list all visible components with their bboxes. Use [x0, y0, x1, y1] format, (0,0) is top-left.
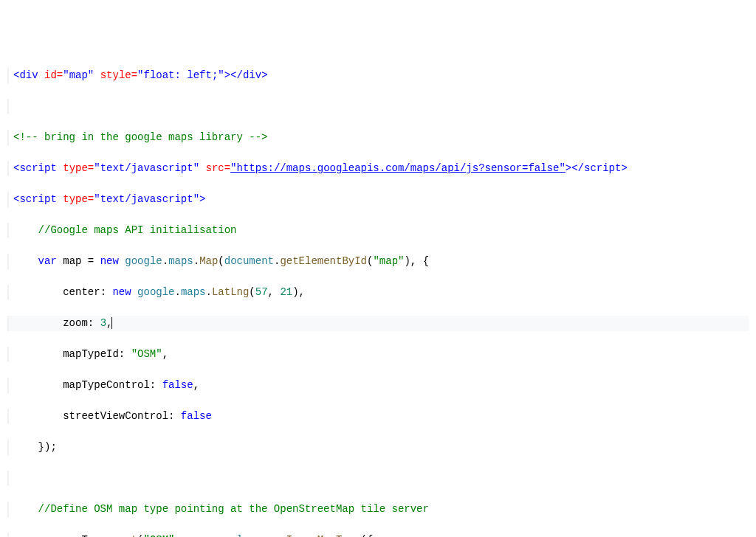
text-cursor	[111, 317, 112, 329]
code-line: streetViewControl: false	[7, 409, 749, 424]
code-line-comment: <!-- bring in the google maps library --…	[7, 130, 749, 145]
code-line: });	[7, 440, 749, 455]
code-line-cursor[interactable]: zoom: 3,	[7, 316, 749, 331]
code-line-comment: //Google maps API initialisation	[7, 223, 749, 238]
code-line-comment: //Define OSM map type pointing at the Op…	[7, 502, 749, 517]
code-line: <div id="map" style="float: left;"></div…	[7, 68, 749, 83]
code-line: var map = new google.maps.Map(document.g…	[7, 254, 749, 269]
code-line	[7, 471, 749, 486]
code-line: mapTypeControl: false,	[7, 378, 749, 393]
code-line: mapTypeId: "OSM",	[7, 347, 749, 362]
code-line: <script type="text/javascript" src="http…	[7, 161, 749, 176]
code-line: map.mapTypes.set("OSM", new google.maps.…	[7, 533, 749, 537]
code-line	[7, 99, 749, 114]
code-line: center: new google.maps.LatLng(57, 21),	[7, 285, 749, 300]
code-line: <script type="text/javascript">	[7, 192, 749, 207]
